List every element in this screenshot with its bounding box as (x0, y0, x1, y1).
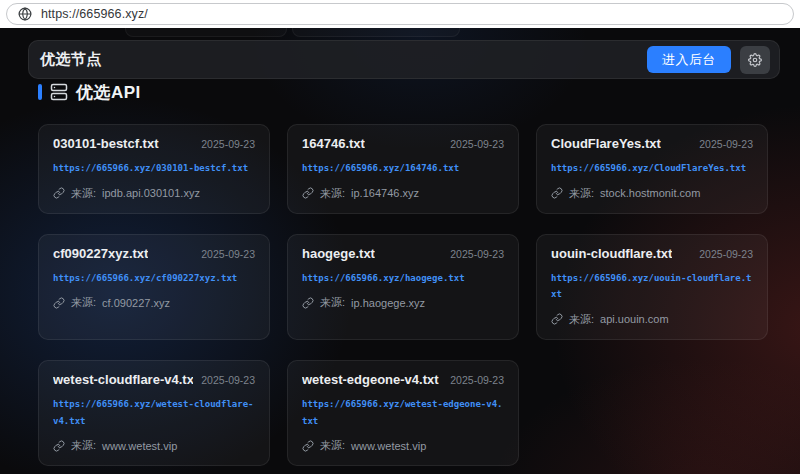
file-url-link[interactable]: https://665966.xyz/uouin-cloudflare.txt (551, 270, 753, 303)
source-label: 来源: (320, 295, 345, 310)
api-section-header: 优选API (38, 81, 141, 103)
source-label: 来源: (569, 312, 594, 327)
browser-chrome: https://665966.xyz/ (0, 0, 800, 28)
source-line: 来源: ip.164746.xyz (302, 186, 504, 201)
source-domain: ipdb.api.030101.xyz (102, 187, 200, 199)
api-card[interactable]: 030101-bestcf.txt 2025-09-23 https://665… (38, 124, 270, 214)
api-card[interactable]: wetest-edgeone-v4.txt 2025-09-23 https:/… (287, 360, 519, 466)
file-name: wetest-cloudflare-v4.txt (53, 372, 193, 387)
link-icon (551, 187, 563, 199)
file-name: cf090227xyz.txt (53, 246, 148, 261)
file-url-link[interactable]: https://665966.xyz/haogege.txt (302, 270, 504, 287)
source-line: 来源: www.wetest.vip (302, 438, 504, 453)
file-url-link[interactable]: https://665966.xyz/wetest-edgeone-v4.txt (302, 396, 504, 429)
source-label: 来源: (320, 186, 345, 201)
address-url[interactable]: https://665966.xyz/ (41, 7, 148, 21)
settings-button[interactable] (740, 46, 770, 74)
link-icon (53, 440, 65, 452)
api-card[interactable]: 164746.txt 2025-09-23 https://665966.xyz… (287, 124, 519, 214)
source-label: 来源: (320, 438, 345, 453)
source-line: 来源: ip.haogege.xyz (302, 295, 504, 310)
source-label: 来源: (71, 295, 96, 310)
api-card[interactable]: uouin-cloudflare.txt 2025-09-23 https://… (536, 234, 768, 340)
source-line: 来源: api.uouin.com (551, 312, 753, 327)
api-card[interactable]: cf090227xyz.txt 2025-09-23 https://66596… (38, 234, 270, 340)
source-domain: cf.090227.xyz (102, 297, 170, 309)
api-card[interactable]: haogege.txt 2025-09-23 https://665966.xy… (287, 234, 519, 340)
scrolled-card-remnant (292, 28, 460, 37)
gear-icon (748, 53, 762, 67)
file-name: CloudFlareYes.txt (551, 136, 661, 151)
file-date: 2025-09-23 (699, 138, 753, 150)
card-header: cf090227xyz.txt 2025-09-23 (53, 246, 255, 261)
source-line: 来源: stock.hostmonit.com (551, 186, 753, 201)
file-name: haogege.txt (302, 246, 375, 261)
accent-bar (38, 84, 42, 100)
api-card[interactable]: CloudFlareYes.txt 2025-09-23 https://665… (536, 124, 768, 214)
file-date: 2025-09-23 (699, 248, 753, 260)
link-icon (551, 313, 563, 325)
api-card[interactable]: wetest-cloudflare-v4.txt 2025-09-23 http… (38, 360, 270, 466)
card-header: wetest-edgeone-v4.txt 2025-09-23 (302, 372, 504, 387)
file-date: 2025-09-23 (450, 138, 504, 150)
file-url-link[interactable]: https://665966.xyz/CloudFlareYes.txt (551, 160, 753, 177)
file-date: 2025-09-23 (450, 248, 504, 260)
card-header: wetest-cloudflare-v4.txt 2025-09-23 (53, 372, 255, 387)
api-card-grid: 030101-bestcf.txt 2025-09-23 https://665… (38, 124, 768, 466)
source-line: 来源: www.wetest.vip (53, 438, 255, 453)
card-header: 164746.txt 2025-09-23 (302, 136, 504, 151)
server-icon (50, 83, 68, 101)
card-header: 030101-bestcf.txt 2025-09-23 (53, 136, 255, 151)
link-icon (53, 187, 65, 199)
source-domain: ip.164746.xyz (351, 187, 419, 199)
page: 优选节点 进入后台 优选API 030101-bestcf.txt 2025-0… (0, 28, 800, 474)
globe-icon (18, 7, 32, 21)
file-url-link[interactable]: https://665966.xyz/164746.txt (302, 160, 504, 177)
page-title: 优选节点 (40, 50, 102, 69)
source-domain: www.wetest.vip (351, 440, 426, 452)
link-icon (302, 297, 314, 309)
card-header: CloudFlareYes.txt 2025-09-23 (551, 136, 753, 151)
file-name: wetest-edgeone-v4.txt (302, 372, 439, 387)
source-line: 来源: ipdb.api.030101.xyz (53, 186, 255, 201)
source-label: 来源: (569, 186, 594, 201)
file-url-link[interactable]: https://665966.xyz/cf090227xyz.txt (53, 270, 255, 287)
file-date: 2025-09-23 (450, 374, 504, 386)
source-domain: ip.haogege.xyz (351, 297, 425, 309)
link-icon (302, 440, 314, 452)
file-url-link[interactable]: https://665966.xyz/030101-bestcf.txt (53, 160, 255, 177)
sticky-header: 优选节点 进入后台 (28, 40, 780, 79)
address-bar[interactable]: https://665966.xyz/ (6, 3, 794, 25)
file-name: 164746.txt (302, 136, 365, 151)
file-date: 2025-09-23 (201, 138, 255, 150)
card-header: haogege.txt 2025-09-23 (302, 246, 504, 261)
card-header: uouin-cloudflare.txt 2025-09-23 (551, 246, 753, 261)
file-date: 2025-09-23 (201, 374, 255, 386)
file-url-link[interactable]: https://665966.xyz/wetest-cloudflare-v4.… (53, 396, 255, 429)
file-name: uouin-cloudflare.txt (551, 246, 672, 261)
section-title: 优选API (76, 81, 141, 104)
file-name: 030101-bestcf.txt (53, 136, 159, 151)
source-domain: www.wetest.vip (102, 440, 177, 452)
source-domain: api.uouin.com (600, 313, 669, 325)
scrolled-card-remnant (125, 28, 287, 37)
source-label: 来源: (71, 438, 96, 453)
source-domain: stock.hostmonit.com (600, 187, 700, 199)
enter-admin-button[interactable]: 进入后台 (647, 46, 731, 73)
link-icon (302, 187, 314, 199)
link-icon (53, 297, 65, 309)
source-line: 来源: cf.090227.xyz (53, 295, 255, 310)
source-label: 来源: (71, 186, 96, 201)
file-date: 2025-09-23 (201, 248, 255, 260)
